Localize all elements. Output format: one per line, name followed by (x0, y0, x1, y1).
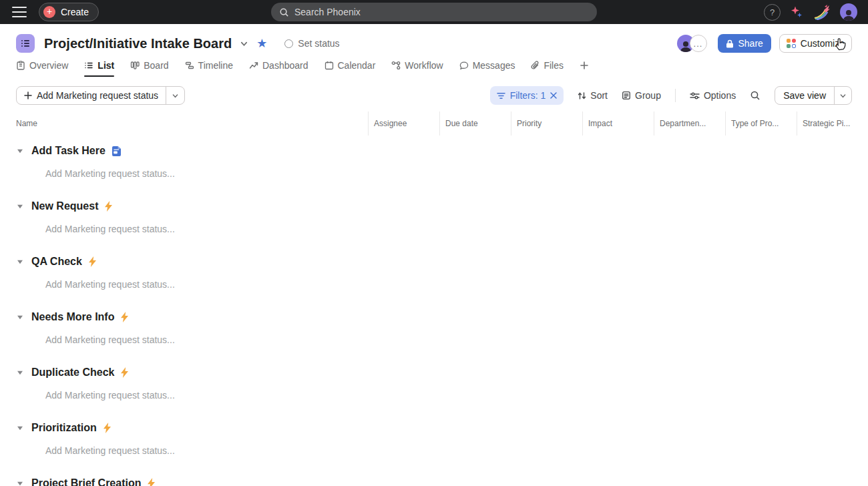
more-members-button[interactable]: ... (690, 35, 707, 52)
phoenix-celebration-icon[interactable] (813, 4, 831, 20)
group-duplicate-check: Duplicate Check Add Marketing request st… (16, 364, 852, 403)
add-task-caret-button[interactable] (166, 87, 184, 104)
filters-chip[interactable]: Filters: 1 (490, 86, 564, 105)
tab-messages[interactable]: Messages (459, 60, 515, 77)
plus-icon: + (43, 6, 55, 18)
tab-timeline[interactable]: Timeline (185, 60, 233, 77)
bolt-icon (103, 423, 112, 433)
add-task-button[interactable]: Add Marketing request status (17, 87, 166, 104)
collapse-chevron-icon[interactable] (16, 426, 24, 431)
sort-button[interactable]: Sort (578, 90, 608, 101)
group-button[interactable]: Group (622, 90, 661, 101)
create-button-label: Create (61, 7, 89, 17)
add-task-placeholder[interactable]: Add Marketing request status... (45, 224, 852, 237)
ellipsis-icon: ... (694, 39, 703, 49)
help-button[interactable]: ? (764, 4, 781, 21)
customize-button[interactable]: Customize (779, 34, 852, 53)
timeline-icon (185, 61, 194, 70)
add-task-placeholder[interactable]: Add Marketing request status... (45, 390, 852, 403)
share-button[interactable]: Share (718, 34, 771, 53)
column-header-department[interactable]: Departmen... (654, 111, 725, 136)
collapse-chevron-icon[interactable] (16, 149, 24, 154)
collapse-chevron-icon[interactable] (16, 204, 24, 209)
user-avatar[interactable] (840, 3, 857, 21)
tab-label: Workflow (405, 60, 443, 71)
tab-files[interactable]: Files (531, 60, 564, 77)
plus-icon (24, 91, 32, 99)
column-header-assignee[interactable]: Assignee (368, 111, 439, 136)
group-title[interactable]: Add Task Here (31, 145, 105, 157)
customize-button-label: Customize (801, 38, 845, 49)
status-circle-icon (284, 39, 293, 48)
group-qa-check: QA Check Add Marketing request status... (16, 254, 852, 292)
chevron-down-icon (839, 92, 847, 99)
group-title[interactable]: Needs More Info (31, 311, 114, 323)
column-header-due-date[interactable]: Due date (439, 111, 511, 136)
table-header-row: Name Assignee Due date Priority Impact D… (0, 111, 868, 136)
bolt-icon (104, 201, 113, 212)
add-task-placeholder[interactable]: Add Marketing request status... (45, 168, 852, 182)
column-header-strategic-pillar[interactable]: Strategic Pi... (797, 111, 868, 136)
add-task-placeholder[interactable]: Add Marketing request status... (45, 445, 852, 459)
add-task-split-button: Add Marketing request status (16, 86, 185, 105)
group-icon (622, 91, 631, 100)
column-header-priority[interactable]: Priority (511, 111, 582, 136)
filter-icon (497, 92, 505, 99)
title-chevron-down-icon[interactable] (240, 39, 248, 48)
add-task-placeholder[interactable]: Add Marketing request status... (45, 279, 852, 292)
group-title[interactable]: Prioritization (31, 422, 97, 434)
group-title[interactable]: Project Brief Creation (31, 477, 141, 486)
save-view-button[interactable]: Save view (775, 87, 834, 104)
group-title[interactable]: Duplicate Check (31, 367, 114, 379)
add-task-placeholder[interactable]: Add Marketing request status... (45, 334, 852, 348)
list-search-button[interactable] (750, 90, 761, 101)
help-label: ? (770, 7, 775, 17)
collapse-chevron-icon[interactable] (16, 260, 24, 264)
group-title[interactable]: New Request (31, 200, 98, 212)
favorite-star-icon[interactable]: ★ (256, 37, 267, 49)
tab-overview[interactable]: Overview (16, 60, 68, 77)
view-tabs: Overview List Board Timeline Dashboard C… (16, 60, 852, 77)
calendar-icon (324, 61, 334, 70)
tab-dashboard[interactable]: Dashboard (249, 60, 308, 77)
project-header: Project/Initiative Intake Board ★ Set st… (0, 24, 868, 77)
close-icon[interactable] (550, 92, 557, 99)
collapse-chevron-icon[interactable] (16, 371, 24, 375)
tab-calendar[interactable]: Calendar (324, 60, 376, 77)
project-icon[interactable] (16, 34, 35, 53)
ai-sparkles-icon[interactable] (790, 5, 804, 19)
person-silhouette-icon (842, 9, 855, 21)
board-icon (130, 61, 140, 70)
hamburger-menu-icon[interactable] (12, 7, 27, 17)
add-tab-button[interactable] (580, 61, 589, 76)
list-glyph-icon (20, 38, 31, 49)
tab-list[interactable]: List (84, 60, 114, 77)
tab-label: Board (144, 60, 168, 71)
group-new-request: New Request Add Marketing request status… (16, 198, 852, 237)
tab-label: Files (544, 60, 564, 71)
column-header-name[interactable]: Name (0, 111, 368, 136)
set-status-button[interactable]: Set status (284, 38, 339, 49)
group-label: Group (635, 90, 661, 101)
column-header-type-of-project[interactable]: Type of Pro... (725, 111, 797, 136)
collapse-chevron-icon[interactable] (16, 315, 24, 320)
column-header-impact[interactable]: Impact (582, 111, 654, 136)
tab-board[interactable]: Board (130, 60, 168, 77)
group-add-task-here: Add Task Here Add Marketing request stat… (16, 143, 852, 182)
files-paperclip-icon (531, 61, 539, 70)
set-status-label: Set status (298, 38, 339, 49)
tab-workflow[interactable]: Workflow (391, 60, 443, 77)
save-view-caret-button[interactable] (834, 87, 851, 104)
global-search-input[interactable]: Search Phoenix (271, 3, 597, 21)
workflow-icon (391, 61, 401, 70)
tab-label: List (97, 60, 114, 71)
group-title[interactable]: QA Check (31, 256, 82, 268)
search-icon (279, 7, 289, 17)
bolt-icon (88, 256, 97, 267)
list-toolbar: Add Marketing request status Filters: 1 … (0, 86, 868, 105)
sort-label: Sort (590, 90, 608, 101)
options-button[interactable]: Options (690, 90, 736, 101)
overview-icon (16, 61, 25, 70)
collapse-chevron-icon[interactable] (16, 481, 24, 486)
create-button[interactable]: + Create (39, 3, 99, 21)
